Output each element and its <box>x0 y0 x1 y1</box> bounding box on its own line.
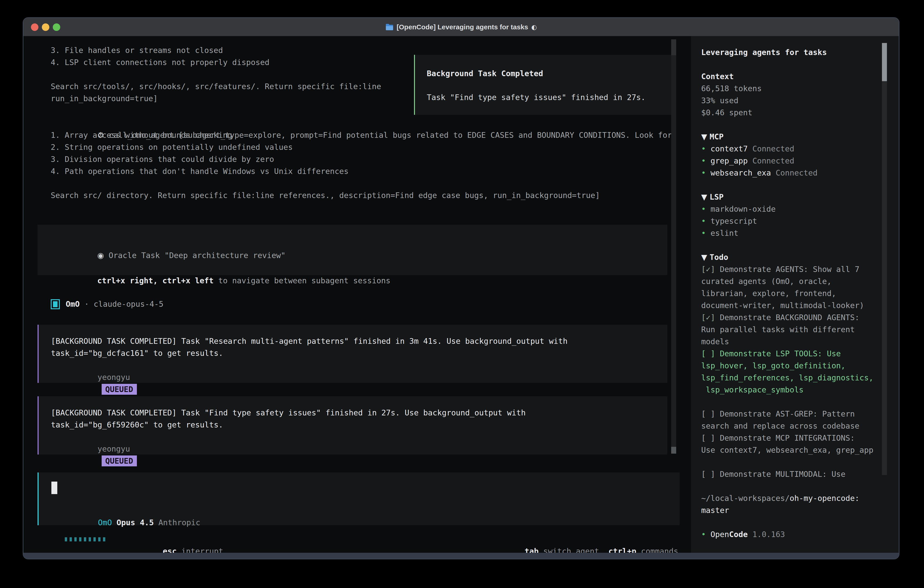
tab-key-label: switch agent <box>539 547 599 553</box>
window-title: [OpenCode] Leveraging agents for tasks ◐ <box>23 18 899 36</box>
agent-separator: · <box>79 298 94 310</box>
app-version-number: 1.0.163 <box>748 530 785 539</box>
agent-session-header: OmO · claude-opus-4-5 <box>51 298 163 310</box>
session-state-icon: ◐ <box>531 23 537 31</box>
terminal-line <box>51 68 381 81</box>
todo-line: Use context7, websearch_exa, grep_app <box>701 444 885 456</box>
toast-title: Background Task Completed <box>427 68 662 79</box>
status-dot-icon: • <box>701 168 711 177</box>
mcp-status: Connected <box>748 156 794 165</box>
folder-icon <box>385 23 394 31</box>
checked-checkbox-icon: [✓] <box>701 313 715 322</box>
background-task-message: [BACKGROUND TASK COMPLETED] Task "Resear… <box>38 325 667 383</box>
terminal-line: 3. Division operations that could divide… <box>51 153 672 165</box>
chat-scrollbar-thumb[interactable] <box>671 447 676 454</box>
lsp-section-header[interactable]: ▼ LSP <box>701 191 885 203</box>
todo-line: [ ] Demonstrate MULTIMODAL: Use <box>701 468 885 480</box>
mcp-item: • context7 Connected <box>701 143 885 155</box>
busy-spinner-dots <box>65 537 105 542</box>
bg-task-line2: task_id="bg_dcfac161" to get results. <box>51 347 655 359</box>
bg-task-user: yeongyu <box>97 373 130 382</box>
todo-line: Run parallel tasks with different <box>701 324 885 335</box>
prompt-input[interactable]: OmO Opus 4.5 Anthropic <box>38 472 680 525</box>
opencode-version: • OpenCode 1.0.163 <box>701 529 885 540</box>
mcp-name: context7 <box>711 144 748 153</box>
background-task-message: [BACKGROUND TASK COMPLETED] Task "Find t… <box>38 396 667 454</box>
todo-text: Demonstrate AGENTS: Show all 7 <box>715 265 860 274</box>
todo-line: lsp_hover, lsp_goto_definition, <box>701 360 885 372</box>
status-dot-icon: • <box>701 156 711 165</box>
lsp-item: • typescript <box>701 215 885 227</box>
bg-task-line2: task_id="bg_6f59260c" to get results. <box>51 419 655 431</box>
background-task-toast: Background Task Completed Task "Find typ… <box>414 55 675 115</box>
text-cursor <box>51 482 57 494</box>
mcp-name: grep_app <box>711 156 748 165</box>
chat-main-area: 3. File handles or streams not closed4. … <box>23 36 691 553</box>
lsp-name: typescript <box>711 216 757 226</box>
todo-line: curated agents (OmO, oracle, <box>701 275 885 287</box>
assistant-output-lines: 3. File handles or streams not closed4. … <box>51 45 381 105</box>
spinner-dot <box>74 537 77 542</box>
chevron-down-icon: ▼ <box>701 132 710 141</box>
todo-line: models <box>701 335 885 348</box>
status-bar: esc interrupt tab switch agent ctrl+p co… <box>51 533 678 545</box>
chat-scrollbar-thumb-top[interactable] <box>671 39 676 55</box>
bg-task-line1: [BACKGROUND TASK COMPLETED] Task "Resear… <box>51 335 655 347</box>
bg-task-user: yeongyu <box>97 444 130 453</box>
tab-key-hint: tab <box>525 547 538 553</box>
ctrlp-key-label: commands <box>636 547 678 553</box>
checked-checkbox-icon: [✓] <box>701 265 715 274</box>
todo-line: search and replace across codebase <box>701 420 885 432</box>
oracle-hint-text: to navigate between subagent sessions <box>213 276 390 285</box>
spinner-dot <box>79 537 81 542</box>
bg-task-line1: [BACKGROUND TASK COMPLETED] Task "Find t… <box>51 407 655 419</box>
ctrlp-key-hint: ctrl+p <box>599 547 636 553</box>
mcp-section-header[interactable]: ▼ MCP <box>701 131 885 143</box>
todo-line: [✓] Demonstrate AGENTS: Show all 7 <box>701 263 885 275</box>
window-bottom-edge <box>23 553 899 559</box>
esc-key-hint: esc <box>163 547 177 553</box>
todo-line: [ ] Demonstrate MCP INTEGRATIONS: <box>701 432 885 444</box>
lsp-item: • markdown-oxide <box>701 203 885 215</box>
workspace-repo: oh-my-opencode: <box>790 494 860 503</box>
window-title-text: [OpenCode] Leveraging agents for tasks <box>397 23 528 31</box>
terminal-line: Search src/tools/, src/hooks/, src/featu… <box>51 81 381 92</box>
mcp-status: Connected <box>748 144 794 153</box>
todo-line: document-writer, multimodal-looker) <box>701 299 885 312</box>
lsp-item: • eslint <box>701 227 885 239</box>
context-heading: Context <box>701 71 885 83</box>
spinner-dot <box>89 537 91 542</box>
spinner-dot <box>98 537 101 542</box>
spinner-dot <box>103 537 105 542</box>
todo-line: [ ] Demonstrate LSP TOOLS: Use <box>701 348 885 360</box>
sidebar-scrollbar[interactable] <box>882 43 887 475</box>
todo-section-header[interactable]: ▼ Todo <box>701 251 885 263</box>
todo-line: librarian, explore, frontend, <box>701 287 885 299</box>
status-dot-icon: • <box>701 228 711 238</box>
input-meta: OmO Opus 4.5 Anthropic <box>51 505 200 517</box>
title-bar[interactable]: [OpenCode] Leveraging agents for tasks ◐ <box>23 18 899 36</box>
fisheye-icon: ◉ <box>97 251 104 260</box>
todo-line: lsp_workspace_symbols <box>701 384 885 396</box>
queued-badge: QUEUED <box>102 456 137 466</box>
terminal-line: run_in_background=true] <box>51 92 381 105</box>
input-agent-name: OmO <box>98 518 112 527</box>
oracle-hint-keys: ctrl+x right, ctrl+x left <box>97 276 214 285</box>
terminal-window: [OpenCode] Leveraging agents for tasks ◐… <box>23 17 899 559</box>
input-model: Opus 4.5 <box>112 518 158 527</box>
mcp-item: • grep_app Connected <box>701 155 885 167</box>
sidebar-session-title: Leveraging agents for tasks <box>701 46 885 58</box>
workspace-branch: master <box>701 504 885 516</box>
spinner-dot <box>94 537 96 542</box>
todo-line: [ ] Demonstrate AST-GREP: Pattern <box>701 408 885 420</box>
tool-call-block: ⚙ call_omo_agent [subagent_type=explore,… <box>51 117 672 202</box>
oracle-task-card[interactable]: ◉ Oracle Task "Deep architecture review"… <box>38 225 667 275</box>
workspace-path: ~/local-workspaces/oh-my-opencode: <box>701 492 885 504</box>
sidebar-scrollbar-thumb[interactable] <box>882 43 887 81</box>
terminal-line: Search src/ directory. Return specific f… <box>51 189 672 202</box>
spinner-dot <box>69 537 72 542</box>
toast-body: Task "Find type safety issues" finished … <box>427 91 662 104</box>
spinner-dot <box>84 537 86 542</box>
chat-scrollbar[interactable] <box>671 39 676 454</box>
agent-square-icon <box>51 299 60 309</box>
